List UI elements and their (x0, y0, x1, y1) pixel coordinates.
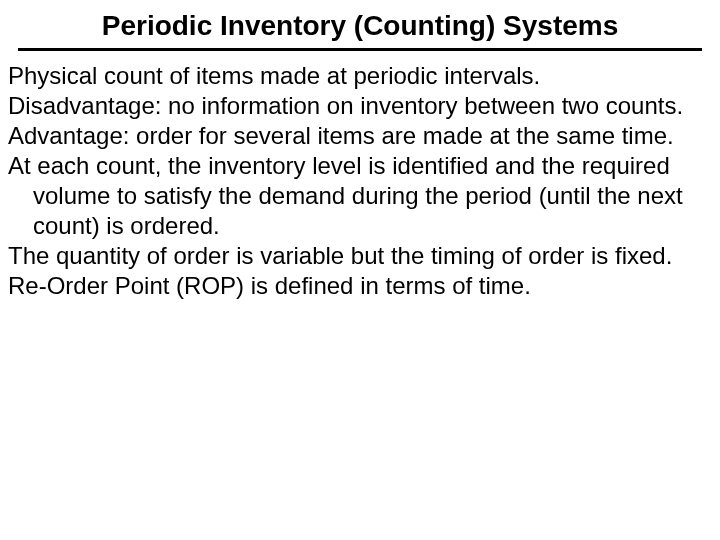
paragraph: Physical count of items made at periodic… (8, 61, 712, 91)
paragraph: Re-Order Point (ROP) is defined in terms… (8, 271, 712, 301)
slide: Periodic Inventory (Counting) Systems Ph… (0, 0, 720, 540)
slide-title: Periodic Inventory (Counting) Systems (18, 10, 702, 51)
paragraph: The quantity of order is variable but th… (8, 241, 712, 271)
paragraph: Advantage: order for several items are m… (8, 121, 712, 151)
paragraph: Disadvantage: no information on inventor… (8, 91, 712, 121)
slide-body: Physical count of items made at periodic… (8, 51, 712, 301)
paragraph: At each count, the inventory level is id… (8, 151, 712, 241)
